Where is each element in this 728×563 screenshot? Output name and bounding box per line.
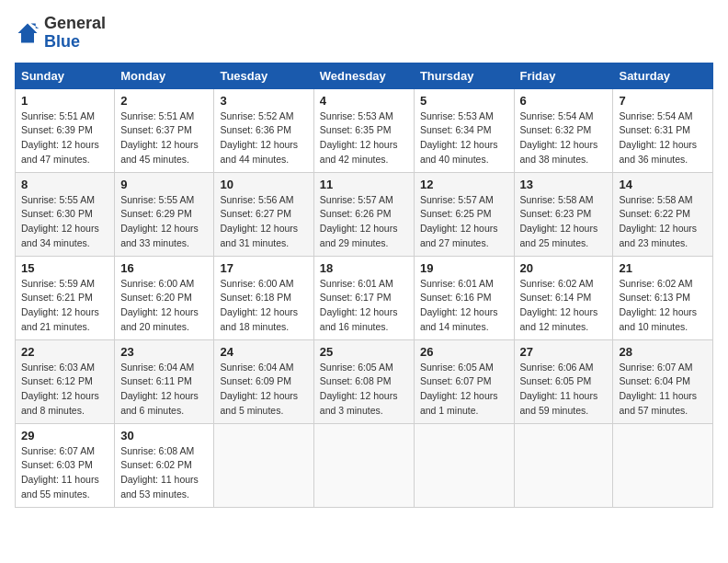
weekday-header-sunday: Sunday [16, 63, 115, 88]
calendar-cell [514, 423, 613, 507]
calendar-cell: 13 Sunrise: 5:58 AMSunset: 6:23 PMDaylig… [514, 172, 613, 256]
calendar-cell: 28 Sunrise: 6:07 AMSunset: 6:04 PMDaylig… [613, 339, 713, 423]
svg-marker-0 [18, 23, 38, 42]
day-number: 1 [21, 94, 108, 108]
weekday-header-friday: Friday [514, 63, 613, 88]
svg-marker-1 [31, 23, 40, 28]
day-number: 28 [619, 345, 707, 359]
day-number: 17 [220, 261, 307, 275]
weekday-header-wednesday: Wednesday [313, 63, 414, 88]
weekday-header-saturday: Saturday [613, 63, 713, 88]
day-number: 8 [21, 178, 108, 191]
calendar-header: SundayMondayTuesdayWednesdayThursdayFrid… [16, 63, 713, 88]
day-info: Sunrise: 6:01 AMSunset: 6:16 PMDaylight:… [420, 278, 498, 332]
day-number: 13 [520, 178, 608, 191]
calendar-cell: 10 Sunrise: 5:56 AMSunset: 6:27 PMDaylig… [214, 172, 313, 256]
day-info: Sunrise: 5:51 AMSunset: 6:39 PMDaylight:… [21, 110, 99, 165]
calendar-week-3: 15 Sunrise: 5:59 AMSunset: 6:21 PMDaylig… [16, 256, 713, 339]
day-info: Sunrise: 5:58 AMSunset: 6:23 PMDaylight:… [520, 194, 598, 248]
calendar-cell: 20 Sunrise: 6:02 AMSunset: 6:14 PMDaylig… [514, 256, 613, 339]
calendar-cell: 23 Sunrise: 6:04 AMSunset: 6:11 PMDaylig… [115, 339, 214, 423]
day-info: Sunrise: 6:05 AMSunset: 6:07 PMDaylight:… [420, 362, 498, 416]
day-number: 4 [320, 94, 408, 108]
weekday-header-thursday: Thursday [414, 63, 514, 88]
calendar-cell: 14 Sunrise: 5:58 AMSunset: 6:22 PMDaylig… [613, 172, 713, 256]
day-number: 25 [320, 345, 408, 359]
day-info: Sunrise: 6:00 AMSunset: 6:18 PMDaylight:… [220, 278, 298, 332]
day-info: Sunrise: 5:56 AMSunset: 6:27 PMDaylight:… [220, 194, 298, 248]
weekday-header-tuesday: Tuesday [214, 63, 313, 88]
day-number: 9 [120, 178, 208, 191]
day-info: Sunrise: 6:03 AMSunset: 6:12 PMDaylight:… [21, 362, 99, 416]
day-number: 3 [220, 94, 307, 108]
day-number: 19 [420, 261, 508, 275]
day-number: 15 [21, 261, 108, 275]
calendar-cell: 6 Sunrise: 5:54 AMSunset: 6:32 PMDayligh… [514, 88, 613, 172]
calendar-cell: 18 Sunrise: 6:01 AMSunset: 6:17 PMDaylig… [313, 256, 414, 339]
day-number: 11 [320, 178, 408, 191]
day-number: 7 [619, 94, 707, 108]
day-info: Sunrise: 5:54 AMSunset: 6:31 PMDaylight:… [619, 110, 697, 165]
calendar-cell: 4 Sunrise: 5:53 AMSunset: 6:35 PMDayligh… [313, 88, 414, 172]
day-info: Sunrise: 5:51 AMSunset: 6:37 PMDaylight:… [120, 110, 199, 165]
day-number: 5 [420, 94, 508, 108]
day-info: Sunrise: 5:57 AMSunset: 6:26 PMDaylight:… [320, 194, 398, 248]
calendar-cell: 24 Sunrise: 6:04 AMSunset: 6:09 PMDaylig… [214, 339, 313, 423]
day-info: Sunrise: 6:04 AMSunset: 6:11 PMDaylight:… [120, 362, 199, 416]
calendar-cell: 17 Sunrise: 6:00 AMSunset: 6:18 PMDaylig… [214, 256, 313, 339]
day-info: Sunrise: 5:52 AMSunset: 6:36 PMDaylight:… [220, 110, 298, 165]
calendar-cell: 30 Sunrise: 6:08 AMSunset: 6:02 PMDaylig… [115, 423, 214, 507]
day-info: Sunrise: 5:53 AMSunset: 6:35 PMDaylight:… [320, 110, 398, 165]
day-number: 6 [520, 94, 608, 108]
calendar-cell: 8 Sunrise: 5:55 AMSunset: 6:30 PMDayligh… [16, 172, 115, 256]
day-info: Sunrise: 6:02 AMSunset: 6:13 PMDaylight:… [619, 278, 697, 332]
calendar-cell: 2 Sunrise: 5:51 AMSunset: 6:37 PMDayligh… [115, 88, 214, 172]
day-info: Sunrise: 6:02 AMSunset: 6:14 PMDaylight:… [520, 278, 598, 332]
day-info: Sunrise: 6:00 AMSunset: 6:20 PMDaylight:… [120, 278, 199, 332]
calendar-cell: 26 Sunrise: 6:05 AMSunset: 6:07 PMDaylig… [414, 339, 514, 423]
day-info: Sunrise: 5:58 AMSunset: 6:22 PMDaylight:… [619, 194, 697, 248]
day-number: 27 [520, 345, 608, 359]
day-info: Sunrise: 5:55 AMSunset: 6:30 PMDaylight:… [21, 194, 99, 248]
day-number: 23 [120, 345, 208, 359]
day-number: 24 [220, 345, 307, 359]
day-number: 21 [619, 261, 707, 275]
calendar-week-2: 8 Sunrise: 5:55 AMSunset: 6:30 PMDayligh… [16, 172, 713, 256]
calendar-cell [313, 423, 414, 507]
logo-general: General [44, 14, 106, 32]
calendar-table: SundayMondayTuesdayWednesdayThursdayFrid… [15, 63, 713, 508]
day-number: 16 [120, 261, 208, 275]
day-number: 18 [320, 261, 408, 275]
day-info: Sunrise: 6:08 AMSunset: 6:02 PMDaylight:… [120, 445, 199, 500]
day-number: 26 [420, 345, 508, 359]
day-number: 2 [120, 94, 208, 108]
logo-icon [15, 20, 40, 46]
calendar-cell [214, 423, 313, 507]
calendar-week-1: 1 Sunrise: 5:51 AMSunset: 6:39 PMDayligh… [16, 88, 713, 172]
day-number: 20 [520, 261, 608, 275]
day-info: Sunrise: 5:53 AMSunset: 6:34 PMDaylight:… [420, 110, 498, 165]
day-info: Sunrise: 6:04 AMSunset: 6:09 PMDaylight:… [220, 362, 298, 416]
calendar-cell [613, 423, 713, 507]
calendar-cell: 9 Sunrise: 5:55 AMSunset: 6:29 PMDayligh… [115, 172, 214, 256]
day-info: Sunrise: 6:07 AMSunset: 6:03 PMDaylight:… [21, 445, 99, 500]
logo-text: General Blue [44, 15, 106, 52]
day-number: 14 [619, 178, 707, 191]
calendar-cell: 22 Sunrise: 6:03 AMSunset: 6:12 PMDaylig… [16, 339, 115, 423]
logo-blue: Blue [44, 32, 80, 51]
page-header: General Blue [15, 15, 713, 52]
calendar-cell: 11 Sunrise: 5:57 AMSunset: 6:26 PMDaylig… [313, 172, 414, 256]
calendar-cell: 1 Sunrise: 5:51 AMSunset: 6:39 PMDayligh… [16, 88, 115, 172]
day-number: 29 [21, 429, 108, 442]
calendar-week-5: 29 Sunrise: 6:07 AMSunset: 6:03 PMDaylig… [16, 423, 713, 507]
calendar-cell: 5 Sunrise: 5:53 AMSunset: 6:34 PMDayligh… [414, 88, 514, 172]
calendar-cell: 19 Sunrise: 6:01 AMSunset: 6:16 PMDaylig… [414, 256, 514, 339]
day-info: Sunrise: 6:06 AMSunset: 6:05 PMDaylight:… [520, 362, 598, 416]
calendar-cell: 12 Sunrise: 5:57 AMSunset: 6:25 PMDaylig… [414, 172, 514, 256]
calendar-cell: 15 Sunrise: 5:59 AMSunset: 6:21 PMDaylig… [16, 256, 115, 339]
calendar-cell: 21 Sunrise: 6:02 AMSunset: 6:13 PMDaylig… [613, 256, 713, 339]
calendar-cell: 3 Sunrise: 5:52 AMSunset: 6:36 PMDayligh… [214, 88, 313, 172]
calendar-cell [414, 423, 514, 507]
calendar-cell: 16 Sunrise: 6:00 AMSunset: 6:20 PMDaylig… [115, 256, 214, 339]
day-info: Sunrise: 5:54 AMSunset: 6:32 PMDaylight:… [520, 110, 598, 165]
